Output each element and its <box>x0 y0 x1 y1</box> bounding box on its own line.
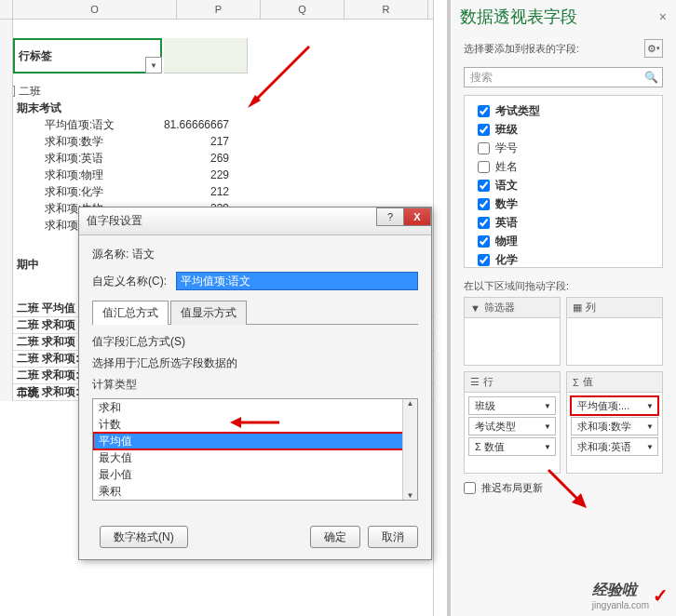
pivot-value-label[interactable]: 求和项:化学 <box>0 184 151 200</box>
list-item-min[interactable]: 最小值 <box>93 466 417 483</box>
summary-method-label: 值字段汇总方式(S) <box>92 334 418 350</box>
list-item-average[interactable]: 平均值 <box>93 433 417 449</box>
field-item[interactable]: 考试类型 <box>478 101 649 120</box>
active-cell[interactable]: 行标签 ▼ <box>13 38 162 74</box>
pivot-value[interactable]: 81.66666667 <box>151 118 235 131</box>
active-cell-value: 行标签 <box>19 48 52 64</box>
list-item-sum[interactable]: 求和 <box>93 399 417 416</box>
filter-dropdown-icon[interactable]: ▼ <box>145 57 162 74</box>
field-checkbox[interactable] <box>478 254 490 266</box>
field-item[interactable]: 物理 <box>478 232 649 250</box>
field-item[interactable]: 语文 <box>478 176 649 194</box>
defer-checkbox[interactable] <box>464 482 476 494</box>
filter-icon: ▼ <box>470 302 480 314</box>
field-checkbox[interactable] <box>478 180 490 192</box>
areas-label: 在以下区域间拖动字段: <box>451 268 676 297</box>
field-checkbox[interactable] <box>478 105 490 117</box>
tree-node-class[interactable]: −二班 <box>0 84 151 100</box>
search-input[interactable]: 搜索 🔍 <box>464 67 663 87</box>
field-item[interactable]: 化学 <box>478 250 649 268</box>
listbox-scrollbar[interactable]: ▲▼ <box>402 399 417 500</box>
col-header-p[interactable]: P <box>177 0 261 19</box>
pivot-value-label[interactable]: 求和项:物理 <box>0 167 151 183</box>
row-chip[interactable]: 考试类型▼ <box>468 417 556 435</box>
rows-area[interactable]: ☰行 班级▼ 考试类型▼ Σ 数值▼ <box>464 371 561 474</box>
pivot-value-label[interactable]: 求和项:英语 <box>0 151 151 167</box>
list-item-count[interactable]: 计数 <box>93 416 417 433</box>
calc-type-label: 计算类型 <box>92 377 418 393</box>
dialog-help-button[interactable]: ? <box>376 208 404 226</box>
field-checkbox[interactable] <box>478 124 490 136</box>
col-header-o[interactable]: O <box>13 0 177 19</box>
pivot-fields-panel: 数据透视表字段 × 选择要添加到报表的字段: ⚙▾ 搜索 🔍 考试类型 班级 学… <box>447 0 676 616</box>
calc-desc-label: 选择用于汇总所选字段数据的 <box>92 355 418 371</box>
field-item[interactable]: 数学 <box>478 194 649 213</box>
dialog-titlebar[interactable]: 值字段设置 ? X <box>79 208 431 235</box>
number-format-button[interactable]: 数字格式(N) <box>100 526 188 548</box>
columns-icon: ▦ <box>573 301 582 314</box>
sigma-icon: Σ <box>573 377 579 388</box>
field-checkbox[interactable] <box>478 198 490 210</box>
column-headers: O P Q R <box>0 0 433 20</box>
filter-area[interactable]: ▼筛选器 <box>464 297 561 366</box>
row-chip[interactable]: 班级▼ <box>468 396 556 415</box>
field-checkbox[interactable] <box>478 217 490 229</box>
custom-name-label: 自定义名称(C): <box>92 274 176 289</box>
custom-name-input[interactable] <box>176 272 418 290</box>
list-item-product[interactable]: 乘积 <box>93 483 417 500</box>
field-item[interactable]: 班级 <box>478 120 649 139</box>
col-header-r[interactable]: R <box>345 0 428 19</box>
field-item[interactable]: 学号 <box>478 139 649 157</box>
panel-subtitle: 选择要添加到报表的字段: <box>464 42 579 56</box>
gear-icon[interactable]: ⚙▾ <box>644 39 663 58</box>
dialog-close-button[interactable]: X <box>403 208 431 226</box>
dialog-title: 值字段设置 <box>87 213 142 229</box>
selection-extent <box>164 38 248 74</box>
field-item[interactable]: 姓名 <box>478 157 649 176</box>
value-chip[interactable]: 求和项:英语▼ <box>571 437 658 456</box>
field-list: 考试类型 班级 学号 姓名 语文 数学 英语 物理 化学 生物 <box>464 95 663 268</box>
value-chip[interactable]: 求和项:数学▼ <box>571 417 658 435</box>
panel-title: 数据透视表字段 <box>460 6 659 28</box>
col-header-q[interactable]: Q <box>261 0 345 19</box>
source-name-label: 源名称: 语文 <box>92 247 155 262</box>
cancel-button[interactable]: 取消 <box>368 526 418 548</box>
pivot-value[interactable]: 229 <box>151 168 235 181</box>
field-item[interactable]: 英语 <box>478 213 649 232</box>
ok-button[interactable]: 确定 <box>310 526 360 548</box>
tree-node-exam1[interactable]: 期末考试 <box>0 100 151 116</box>
search-placeholder: 搜索 <box>470 70 493 86</box>
rows-icon: ☰ <box>470 376 480 388</box>
field-checkbox[interactable] <box>478 235 490 248</box>
columns-area[interactable]: ▦列 <box>566 297 663 366</box>
tab-display-method[interactable]: 值显示方式 <box>170 301 247 325</box>
panel-close-icon[interactable]: × <box>659 9 667 24</box>
check-icon: ✓ <box>653 584 669 607</box>
search-icon[interactable]: 🔍 <box>644 71 658 84</box>
values-area[interactable]: Σ值 平均值项:...▼ 求和项:数学▼ 求和项:英语▼ <box>566 371 663 474</box>
watermark: 经验啦 jingyanla.com ✓ <box>592 581 669 610</box>
row-header-column <box>0 20 13 401</box>
pivot-value-label[interactable]: 平均值项:语文 <box>0 117 151 133</box>
field-checkbox[interactable] <box>478 161 490 173</box>
pivot-value[interactable]: 217 <box>151 135 235 148</box>
corner-header[interactable] <box>0 0 13 19</box>
row-chip[interactable]: Σ 数值▼ <box>468 437 556 456</box>
pivot-value[interactable]: 212 <box>151 185 235 198</box>
tab-summary-method[interactable]: 值汇总方式 <box>92 301 169 325</box>
value-chip-average[interactable]: 平均值项:...▼ <box>571 396 658 415</box>
calc-type-listbox[interactable]: 求和 计数 平均值 最大值 最小值 乘积 ▲▼ <box>92 398 418 501</box>
value-field-settings-dialog: 值字段设置 ? X 源名称: 语文 自定义名称(C): 值汇总方式 值显示方式 … <box>78 207 432 560</box>
field-checkbox[interactable] <box>478 142 490 154</box>
defer-label: 推迟布局更新 <box>481 481 543 495</box>
pivot-value[interactable]: 269 <box>151 152 235 165</box>
list-item-max[interactable]: 最大值 <box>93 449 417 466</box>
pivot-value-label[interactable]: 求和项:数学 <box>0 134 151 150</box>
